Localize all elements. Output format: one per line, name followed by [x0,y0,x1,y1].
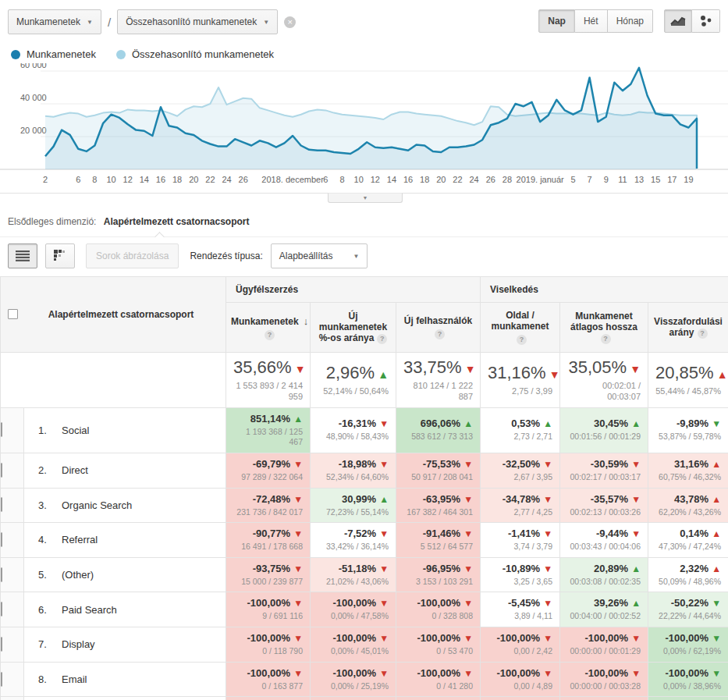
arrow-down-icon: ▼ [463,459,473,470]
row-number: 1. [38,425,62,436]
metric-change-value: -100,00% [332,597,376,609]
help-icon[interactable]: ? [517,335,527,345]
row-checkbox[interactable] [1,567,2,582]
chart-footer: ▼ [0,193,728,205]
help-icon[interactable]: ? [265,330,275,340]
arrow-down-icon: ▼ [712,598,721,609]
chart-controls: NapHétHónap [538,9,722,33]
column-header[interactable]: Visszafordulási arány? [648,303,728,353]
metric-cell: 851,14%▲1 193 368 / 125 467 [226,407,311,453]
channel-name-cell: 2.Direct [24,453,226,488]
dimension-column-header[interactable]: Alapértelmezett csatornacsoport [1,277,226,353]
column-header[interactable]: Munkamenetek↓? [226,303,311,353]
x-axis-label: 14 [387,175,396,184]
sort-type-select[interactable]: Alapbeállítás ▼ [271,243,368,268]
x-axis-label: 16 [156,175,165,184]
arrow-up-icon: ▲ [463,418,473,429]
x-axis-label: 26 [239,175,248,184]
arrow-up-icon: ▲ [378,368,389,381]
metric-change-value: -75,53% [423,458,460,470]
select-all-checkbox[interactable] [8,309,18,319]
metric-cell: -100,00%▼0,00% / 45,01% [311,627,396,663]
metric-comparison-values: 3,25 / 3,65 [488,577,552,588]
channel-name-cell: 6.Paid Search [24,592,226,627]
metric-change-value: 30,45% [594,418,628,429]
row-checkbox-cell [1,627,24,663]
x-axis-label: 22 [205,175,215,184]
granularity-button-hónap[interactable]: Hónap [608,9,653,33]
help-icon[interactable]: ? [377,334,387,344]
arrow-down-icon: ▼ [293,633,303,644]
row-checkbox[interactable] [1,602,2,616]
sort-descending-icon[interactable]: ↓ [304,315,309,327]
metric-cell: 30,99%▲72,23% / 55,14% [311,488,396,523]
column-header[interactable]: Oldal / munkamenet? [481,303,560,353]
metric-change-value: -96,95% [423,563,460,574]
primary-metric-dropdown[interactable]: Munkamenetek ▼ [8,9,101,34]
metric-cell: -100,00%▼0,00% / 25,19% [311,662,396,697]
column-header[interactable]: Munkamenet átlagos hossza? [560,303,648,353]
primary-dimension-value[interactable]: Alapértelmezett csatornacsoport [104,216,250,227]
metric-comparison-values: 1 553 893 / 2 414 959 [233,380,303,403]
metric-comparison-values: 1 193 368 / 125 467 [233,427,303,448]
row-checkbox-cell [1,697,24,700]
row-checkbox[interactable] [1,422,2,437]
data-view-icon[interactable] [8,243,37,268]
x-axis-label: 14 [140,175,149,184]
metric-comparison-values: 2,75 / 3,99 [488,386,552,396]
column-header[interactable]: Új munkamenetek %-os aránya? [311,303,396,353]
row-checkbox[interactable] [1,532,2,547]
line-chart-icon[interactable] [664,9,692,33]
metric-cell: -100,00%▼00:00:00 / 00:09:40 [560,697,648,700]
help-icon[interactable]: ? [698,329,708,339]
metric-cell: -100,00%▼0 / 328 808 [396,592,481,627]
arrow-down-icon: ▼ [379,563,389,574]
metric-cell: -75,53%▼50 917 / 208 041 [396,453,481,488]
help-icon[interactable]: ? [435,329,445,339]
granularity-button-nap[interactable]: Nap [538,9,575,33]
arrow-up-icon: ▲ [631,563,641,574]
metric-change-value: 2,32% [680,563,708,574]
arrow-down-icon: ▼ [549,368,560,381]
metric-cell: 31,16%▼2,75 / 3,99 [481,353,560,408]
metric-cell: -100,00%▼0 / 163 877 [226,662,311,697]
metric-comparison-values: 0,00 / 4,89 [488,681,552,692]
arrow-down-icon: ▼ [630,363,641,375]
x-axis-label: 7 [588,175,592,184]
metric-comparison-values: 810 124 / 1 222 887 [403,380,473,403]
row-checkbox[interactable] [1,672,2,687]
metric-cell: -96,95%▼3 153 / 103 291 [396,557,481,592]
row-checkbox[interactable] [1,497,2,512]
percentage-view-icon[interactable] [45,243,75,268]
metric-comparison-values: 583 612 / 73 313 [403,432,473,442]
legend-label-compare: Összehasonlító munkamenetek [132,48,274,60]
arrow-down-icon: ▼ [543,633,552,644]
metric-group-header: Ügyfélszerzés [226,277,481,303]
channel-name: (Other) [62,569,94,581]
arrow-up-icon: ▲ [712,459,721,470]
timeline-expand-handle[interactable]: ▼ [328,193,403,203]
legend-label-primary: Munkamenetek [27,48,96,60]
channel-name-cell: 7.Display [24,627,226,663]
channel-name: Display [62,638,95,650]
metric-change-value: -100,00% [584,667,628,679]
metric-comparison-values: 55,44% / 45,87% [655,386,721,396]
metric-cell: -100,00%▼0,00% / 44,31% [648,697,728,700]
motion-chart-icon[interactable] [692,9,720,33]
granularity-button-hét[interactable]: Hét [575,9,608,33]
metric-change-value: 33,75% [403,357,462,377]
arrow-down-icon: ▼ [631,459,641,470]
summary-row-spacer [1,353,226,408]
row-checkbox[interactable] [1,637,2,652]
metric-cell: -93,75%▼15 000 / 239 877 [226,557,311,592]
x-axis-label: 2019. január [517,175,564,184]
metric-cell: -100,00%▼0 / 41 280 [396,662,481,697]
row-number: 7. [38,638,62,650]
compare-metric-dropdown[interactable]: Összehasonlító munkamenetek ▼ [117,9,278,34]
row-checkbox[interactable] [1,463,2,478]
help-icon[interactable]: ? [601,334,611,344]
metric-change-value: -100,00% [247,667,290,679]
metric-cell: -69,79%▼97 289 / 322 064 [226,453,311,488]
column-header[interactable]: Új felhasználók? [396,303,481,353]
remove-compare-icon[interactable]: × [284,16,296,28]
